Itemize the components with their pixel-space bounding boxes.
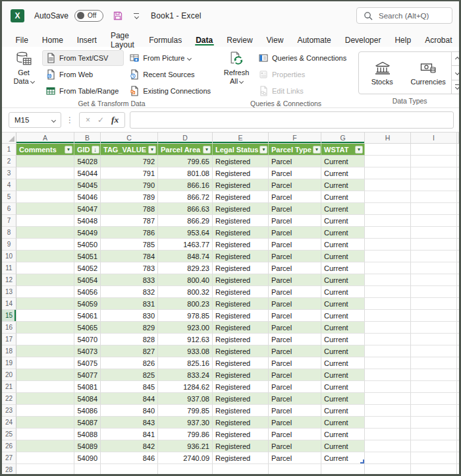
cell-D17[interactable]: 912.63 (158, 334, 213, 345)
cell-E12[interactable]: Registered (213, 274, 269, 286)
cell-G9[interactable]: Current (321, 239, 365, 251)
cell-H26[interactable] (365, 440, 411, 452)
filter-button-wstat[interactable]: ▼ (355, 146, 363, 154)
table-header-comments[interactable]: Comments▼ (16, 144, 74, 156)
cell-I24[interactable] (411, 417, 457, 429)
cell-F26[interactable]: Parcel (269, 440, 321, 452)
gallery-more-button[interactable] (452, 80, 461, 94)
select-all-corner[interactable] (2, 133, 16, 144)
cell-C12[interactable]: 833 (101, 274, 158, 286)
cell-A13[interactable] (16, 286, 74, 298)
cell-G14[interactable]: Current (321, 298, 365, 310)
cell-B22[interactable]: 54084 (74, 393, 101, 405)
cell-C11[interactable]: 783 (101, 262, 158, 274)
row-header-25[interactable]: 25 (2, 429, 16, 440)
cell-F17[interactable]: Parcel (269, 334, 321, 345)
tab-file[interactable]: File (9, 30, 35, 47)
cell-E21[interactable]: Registered (213, 381, 269, 393)
ribbon-item-queries-connections[interactable]: Queries & Connections (255, 50, 352, 66)
cell-H18[interactable] (365, 345, 411, 357)
cell-A9[interactable] (16, 239, 74, 251)
cell-H3[interactable] (365, 167, 411, 179)
table-resize-handle[interactable] (360, 460, 364, 463)
cell-G20[interactable]: Current (321, 369, 365, 381)
gallery-scroll-down-button[interactable] (452, 66, 461, 80)
cell-F3[interactable]: Parcel (269, 167, 321, 179)
cell-G18[interactable]: Current (321, 345, 365, 357)
tab-page-layout[interactable]: Page Layout (103, 30, 142, 47)
tab-review[interactable]: Review (220, 30, 259, 47)
cell-B12[interactable]: 54054 (74, 274, 101, 286)
ribbon-item-from-web[interactable]: From Web (42, 67, 124, 82)
row-header-11[interactable]: 11 (2, 262, 16, 274)
cell-I11[interactable] (411, 262, 457, 274)
cell-A12[interactable] (16, 274, 74, 286)
cell-G7[interactable]: Current (321, 215, 365, 227)
cell-I5[interactable] (411, 191, 457, 203)
cell-B6[interactable]: 54047 (74, 203, 101, 215)
cell-I22[interactable] (411, 393, 457, 405)
name-box[interactable]: M15 (9, 112, 61, 128)
cell-C16[interactable]: 829 (101, 322, 158, 334)
cell-C19[interactable]: 826 (101, 357, 158, 369)
cell-I28[interactable] (411, 464, 457, 474)
row-header-1[interactable]: 1 (2, 144, 16, 156)
cell-A27[interactable] (16, 452, 74, 464)
cell-E26[interactable]: Registered (213, 440, 269, 452)
row-header-5[interactable]: 5 (2, 191, 16, 203)
table-header-parcel-type[interactable]: Parcel Type▼ (269, 144, 321, 156)
cell-C24[interactable]: 843 (101, 417, 158, 429)
cell-H24[interactable] (365, 417, 411, 429)
cell-I26[interactable] (411, 440, 457, 452)
cell-F14[interactable]: Parcel (269, 298, 321, 310)
row-header-2[interactable]: 2 (2, 156, 16, 167)
cell-I23[interactable] (411, 405, 457, 417)
cell-E20[interactable]: Registered (213, 369, 269, 381)
cell-A7[interactable] (16, 215, 74, 227)
cell-I18[interactable] (411, 345, 457, 357)
cell-G6[interactable]: Current (321, 203, 365, 215)
cell-G17[interactable]: Current (321, 334, 365, 345)
cell-B14[interactable]: 54059 (74, 298, 101, 310)
row-header-7[interactable]: 7 (2, 215, 16, 227)
column-header-f[interactable]: F (269, 133, 321, 144)
row-header-8[interactable]: 8 (2, 227, 16, 239)
cell-D20[interactable]: 833.24 (158, 369, 213, 381)
cell-A17[interactable] (16, 334, 74, 345)
cell-H20[interactable] (365, 369, 411, 381)
cell-B3[interactable]: 54044 (74, 167, 101, 179)
cell-G24[interactable]: Current (321, 417, 365, 429)
cell-F21[interactable]: Parcel (269, 381, 321, 393)
cell-D4[interactable]: 866.16 (158, 179, 213, 191)
cell-H10[interactable] (365, 251, 411, 262)
table-header-gid[interactable]: GID↓ (74, 144, 101, 156)
cell-B11[interactable]: 54052 (74, 262, 101, 274)
cell-B21[interactable]: 54081 (74, 381, 101, 393)
cell-G25[interactable]: Current (321, 429, 365, 440)
cell-C25[interactable]: 841 (101, 429, 158, 440)
cell-C26[interactable]: 842 (101, 440, 158, 452)
cell-D7[interactable]: 866.29 (158, 215, 213, 227)
search-box[interactable]: Search (Alt+Q) (356, 7, 452, 24)
cell-D10[interactable]: 848.74 (158, 251, 213, 262)
cell-F10[interactable]: Parcel (269, 251, 321, 262)
cell-I19[interactable] (411, 357, 457, 369)
tab-view[interactable]: View (259, 30, 290, 47)
cell-E24[interactable]: Registered (213, 417, 269, 429)
cell-I14[interactable] (411, 298, 457, 310)
cell-H28[interactable] (365, 464, 411, 474)
cell-F15[interactable]: Parcel (269, 310, 321, 322)
ribbon-item-from-table-range[interactable]: From Table/Range (42, 83, 124, 99)
cell-F7[interactable]: Parcel (269, 215, 321, 227)
cell-I9[interactable] (411, 239, 457, 251)
cell-D3[interactable]: 801.08 (158, 167, 213, 179)
cell-C18[interactable]: 827 (101, 345, 158, 357)
cell-G19[interactable]: Current (321, 357, 365, 369)
row-header-20[interactable]: 20 (2, 369, 16, 381)
ribbon-item-from-picture[interactable]: From Picture (126, 50, 216, 66)
tab-developer[interactable]: Developer (338, 30, 388, 47)
save-button[interactable] (113, 11, 123, 21)
cell-B5[interactable]: 54046 (74, 191, 101, 203)
cell-D14[interactable]: 800.23 (158, 298, 213, 310)
column-header-e[interactable]: E (213, 133, 269, 144)
